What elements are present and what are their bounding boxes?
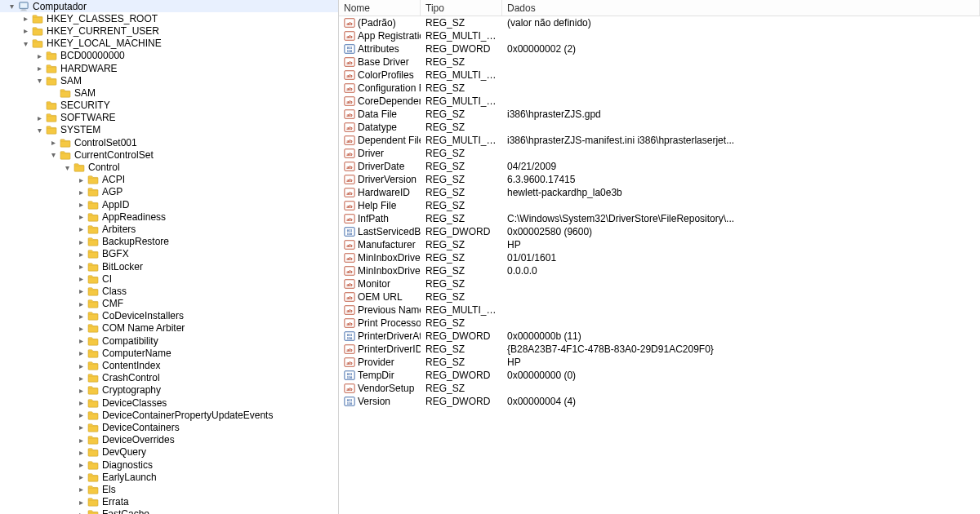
expand-icon[interactable]: ▸ (76, 423, 86, 432)
expand-icon[interactable]: ▸ (76, 435, 86, 445)
expand-icon[interactable]: ▸ (76, 385, 86, 395)
tree-item[interactable]: ▸COM Name Arbiter (0, 322, 338, 335)
value-row[interactable]: abPrevious NamesREG_MULTI_SZ (339, 304, 980, 317)
expand-icon[interactable]: ▸ (76, 286, 86, 296)
tree-item[interactable]: ▸BackupRestore (0, 236, 338, 248)
tree-item[interactable]: ▾SAM (0, 74, 338, 86)
tree-item[interactable]: ▸Class (0, 285, 338, 297)
tree-item[interactable]: ▸AGP (0, 186, 338, 198)
tree-item[interactable]: ▸Cryptography (0, 384, 338, 397)
expand-icon[interactable]: ▸ (34, 64, 44, 73)
value-row[interactable]: abApp RegistrationREG_MULTI_SZ (339, 29, 980, 42)
expand-icon[interactable]: ▸ (76, 274, 86, 284)
tree-item[interactable]: ▸ControlSet001 (0, 136, 338, 148)
column-header-name[interactable]: Nome (339, 0, 421, 16)
expand-icon[interactable]: ▸ (34, 51, 44, 60)
expand-icon[interactable]: ▸ (76, 224, 86, 234)
value-row[interactable]: 011110VersionREG_DWORD0x00000004 (4) (339, 395, 980, 408)
registry-tree-panel[interactable]: ▾Computador▸HKEY_CLASSES_ROOT▸HKEY_CURRE… (0, 0, 339, 514)
expand-icon[interactable]: ▸ (76, 485, 86, 494)
tree-item[interactable]: SECURITY (0, 100, 338, 112)
tree-item[interactable]: ▸DeviceOverrides (0, 434, 338, 446)
tree-item[interactable]: ▸CMF (0, 298, 338, 310)
expand-icon[interactable]: ▸ (76, 175, 86, 184)
tree-item[interactable]: ▸Arbiters (0, 223, 338, 235)
expand-icon[interactable]: ▸ (76, 187, 86, 197)
tree-item[interactable]: ▸AppID (0, 198, 338, 210)
tree-item[interactable]: ▸Els (0, 483, 338, 495)
expand-icon[interactable]: ▸ (20, 14, 30, 24)
value-row[interactable]: abHelp FileREG_SZ (339, 199, 980, 212)
tree-item[interactable]: ▾HKEY_LOCAL_MACHINE (0, 38, 338, 50)
value-row[interactable]: abData FileREG_SZi386\hprasterZJS.gpd (339, 108, 980, 121)
tree-item[interactable]: ▸DevQuery (0, 446, 338, 459)
tree-item[interactable]: ▸BCD00000000 (0, 50, 338, 62)
column-header-data[interactable]: Dados (502, 0, 980, 16)
collapse-icon[interactable]: ▾ (34, 125, 44, 135)
tree-item[interactable]: ▸DeviceContainers (0, 421, 338, 433)
value-row[interactable]: 011110AttributesREG_DWORD0x00000002 (2) (339, 42, 980, 55)
expand-icon[interactable]: ▸ (76, 299, 86, 308)
value-row[interactable]: abOEM URLREG_SZ (339, 290, 980, 304)
tree-item[interactable]: ▸DeviceClasses (0, 397, 338, 409)
expand-icon[interactable]: ▸ (76, 410, 86, 420)
value-row[interactable]: abDriverDateREG_SZ04/21/2009 (339, 160, 980, 173)
value-row[interactable]: abMonitorREG_SZ (339, 277, 980, 290)
expand-icon[interactable]: ▸ (76, 509, 86, 514)
tree-item[interactable]: ▸HKEY_CLASSES_ROOT (0, 12, 338, 24)
expand-icon[interactable]: ▸ (76, 361, 86, 370)
tree-item[interactable]: ▸HKEY_CURRENT_USER (0, 24, 338, 37)
tree-item[interactable]: ▸ACPI (0, 174, 338, 186)
tree-item[interactable]: ▾Control (0, 161, 338, 173)
tree-item[interactable]: ▸Errata (0, 496, 338, 508)
value-row[interactable]: abPrinterDriverIDREG_SZ{B28A23B7-4F1C-47… (339, 343, 980, 356)
tree-item[interactable]: ▸CoDeviceInstallers (0, 310, 338, 322)
tree-item[interactable]: ▸AppReadiness (0, 210, 338, 223)
expand-icon[interactable]: ▸ (34, 113, 44, 122)
tree-item[interactable]: ▸EarlyLaunch (0, 471, 338, 483)
collapse-icon[interactable]: ▾ (62, 162, 72, 172)
value-row[interactable]: abBase DriverREG_SZ (339, 55, 980, 69)
value-row[interactable]: abDriverVersionREG_SZ6.3.9600.17415 (339, 173, 980, 186)
value-row[interactable]: abDependent FilesREG_MULTI_SZi386\hprast… (339, 134, 980, 147)
value-row[interactable]: abDriverREG_SZ (339, 147, 980, 160)
expand-icon[interactable]: ▸ (76, 311, 86, 321)
collapse-icon[interactable]: ▾ (48, 150, 58, 160)
expand-icon[interactable]: ▸ (76, 200, 86, 210)
tree-item[interactable]: ▸Diagnostics (0, 459, 338, 471)
tree-item[interactable]: ▸HARDWARE (0, 62, 338, 74)
collapse-icon[interactable]: ▾ (20, 38, 30, 48)
value-row[interactable]: abVendorSetupREG_SZ (339, 382, 980, 395)
tree-item[interactable]: ▸SOFTWARE (0, 112, 338, 124)
expand-icon[interactable]: ▸ (76, 262, 86, 272)
tree-item[interactable]: ▸BitLocker (0, 260, 338, 273)
column-header-type[interactable]: Tipo (421, 0, 502, 16)
value-row[interactable]: abDatatypeREG_SZ (339, 121, 980, 134)
value-row[interactable]: abColorProfilesREG_MULTI_SZ (339, 69, 980, 82)
tree-item[interactable]: ▸ComputerName (0, 347, 338, 359)
expand-icon[interactable]: ▸ (76, 497, 86, 507)
expand-icon[interactable]: ▸ (76, 447, 86, 457)
tree-item[interactable]: ▸Compatibility (0, 335, 338, 347)
value-row[interactable]: abProviderREG_SZHP (339, 356, 980, 369)
value-row[interactable]: abConfiguration FileREG_SZ (339, 82, 980, 95)
expand-icon[interactable]: ▸ (76, 249, 86, 259)
tree-item[interactable]: SAM (0, 86, 338, 99)
expand-icon[interactable]: ▸ (76, 237, 86, 246)
expand-icon[interactable]: ▸ (20, 26, 30, 36)
collapse-icon[interactable]: ▾ (34, 76, 44, 86)
value-row[interactable]: 011110PrinterDriverAttr...REG_DWORD0x000… (339, 330, 980, 343)
tree-item[interactable]: ▾SYSTEM (0, 124, 338, 136)
expand-icon[interactable]: ▸ (76, 212, 86, 222)
value-row[interactable]: abInfPathREG_SZC:\Windows\System32\Drive… (339, 212, 980, 225)
tree-item[interactable]: ▸DeviceContainerPropertyUpdateEvents (0, 409, 338, 421)
value-row[interactable]: abPrint ProcessorREG_SZ (339, 317, 980, 330)
tree-item[interactable]: ▸CI (0, 273, 338, 285)
tree-item[interactable]: ▾CurrentControlSet (0, 148, 338, 161)
value-row[interactable]: abMinInboxDriver...REG_SZ0.0.0.0 (339, 264, 980, 277)
expand-icon[interactable]: ▸ (76, 472, 86, 482)
expand-icon[interactable]: ▸ (76, 323, 86, 333)
value-row[interactable]: abCoreDependenc...REG_MULTI_SZ (339, 95, 980, 108)
value-row[interactable]: 011110LastServicedBuildREG_DWORD0x000025… (339, 225, 980, 238)
tree-item[interactable]: ▸BGFX (0, 248, 338, 260)
